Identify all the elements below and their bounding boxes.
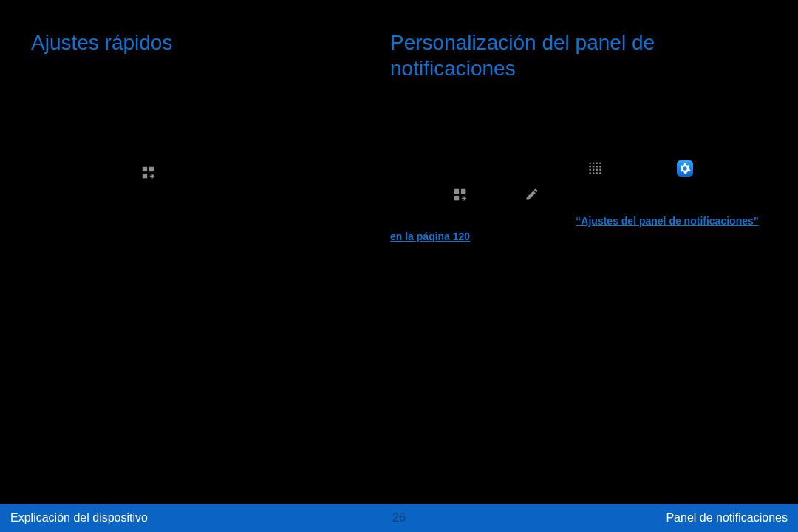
svg-point-7: [589, 166, 591, 168]
svg-point-10: [599, 166, 601, 168]
left-step-text-b: Ver todo.: [161, 166, 202, 178]
right-step2-num: 2.: [390, 187, 399, 202]
right-step2-text-c: Editar.: [545, 188, 575, 200]
left-title: Ajustes rápidos: [31, 30, 371, 55]
svg-rect-1: [149, 167, 154, 171]
right-list-intro: Para personalizar los Ajustes rápidos:: [390, 135, 768, 150]
svg-point-14: [599, 169, 601, 171]
right-step1-text-a: Desde una pantalla de inicio, pulse en: [408, 162, 586, 174]
right-step2-text-b: Ver todo >: [473, 188, 523, 200]
edit-pencil-icon: [525, 187, 541, 203]
svg-point-5: [596, 163, 598, 165]
manual-page: Ajustes rápidos Además de las notificaci…: [0, 0, 798, 532]
right-step1-text-c: Ajustes.: [695, 162, 732, 174]
settings-icon: [677, 160, 693, 177]
right-column: Personalización del panel de notificacio…: [390, 30, 768, 254]
right-step-1: 1. Desde una pantalla de inicio, pulse e…: [390, 160, 768, 177]
left-column: Ajustes rápidos Además de las notificaci…: [31, 30, 371, 191]
svg-rect-21: [454, 196, 459, 200]
svg-point-15: [589, 172, 591, 174]
right-step1-num: 1.: [390, 160, 399, 176]
right-p2-a: Para obtener más información, consulte: [390, 215, 576, 227]
right-paragraph-2: Para obtener más información, consulte “…: [390, 214, 768, 244]
svg-point-12: [592, 169, 594, 171]
left-list-intro: Para ver ajustes rápidos adicionales:: [31, 124, 371, 139]
svg-rect-0: [143, 167, 147, 171]
svg-point-9: [596, 166, 598, 168]
svg-rect-2: [143, 174, 147, 178]
left-step-bullet: ►: [31, 149, 41, 165]
left-paragraph-1: Además de las notificaciones, el panel d…: [31, 69, 371, 114]
view-all-icon: [140, 165, 157, 181]
right-title: Personalización del panel de notificacio…: [390, 30, 768, 81]
view-all-icon: [452, 187, 468, 203]
svg-rect-20: [461, 189, 466, 194]
right-step1-text-b: Aplicaciones >: [607, 162, 678, 174]
right-step-2: 2. Pulse en Ver todo > Editar.: [390, 187, 768, 203]
apps-grid-icon: [587, 160, 604, 177]
svg-point-3: [589, 163, 591, 165]
right-paragraph-1: Puede personalizar los ajustes rápidos q…: [390, 95, 768, 125]
svg-point-13: [596, 169, 598, 171]
svg-rect-19: [454, 189, 459, 194]
page-number: 26: [392, 511, 406, 525]
svg-point-17: [596, 172, 598, 174]
svg-point-11: [589, 169, 591, 171]
footer-right: Panel de notificaciones: [666, 511, 788, 525]
svg-point-4: [592, 163, 594, 165]
page-footer: Explicación del dispositivo 26 Panel de …: [0, 504, 798, 532]
svg-point-6: [599, 163, 601, 165]
footer-left: Explicación del dispositivo: [10, 511, 148, 525]
svg-point-8: [592, 166, 594, 168]
right-step2-text-a: Pulse en: [408, 188, 451, 200]
left-step-text-a: Deslice el dedo hacia la izquierda o hac…: [49, 151, 360, 178]
svg-point-16: [592, 172, 594, 174]
right-p2-b: .: [473, 231, 476, 242]
left-step-1: ► Deslice el dedo hacia la izquierda o h…: [31, 149, 371, 181]
svg-point-18: [599, 172, 601, 174]
